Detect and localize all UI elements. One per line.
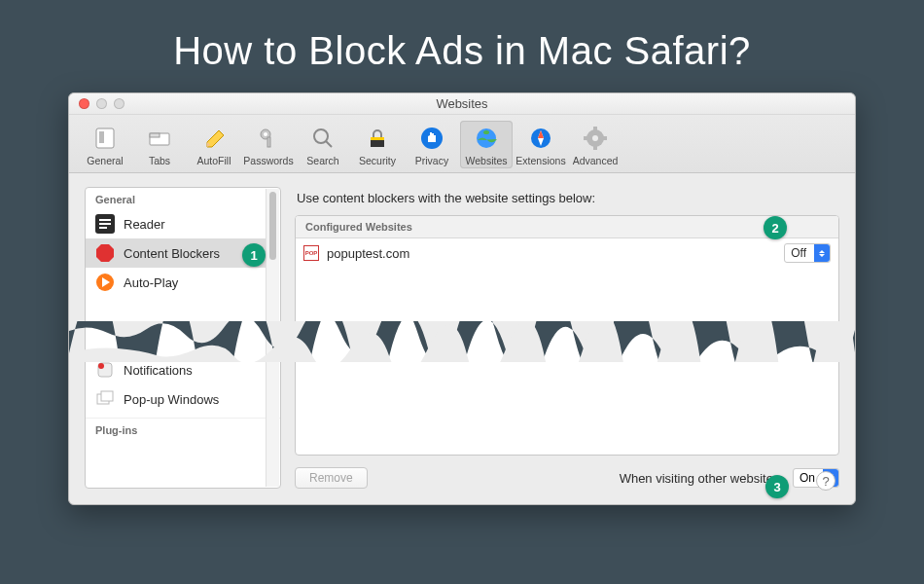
tab-label: Websites — [466, 155, 508, 166]
sidebar-gap — [86, 297, 280, 355]
callout-badge-2: 2 — [764, 216, 787, 239]
tab-label: Passwords — [243, 155, 293, 166]
sidebar-item-label: Pop-up Windows — [124, 392, 219, 407]
close-icon[interactable] — [79, 98, 89, 109]
tab-websites[interactable]: Websites — [460, 121, 513, 168]
svg-point-15 — [483, 130, 489, 134]
svg-rect-24 — [602, 136, 607, 140]
svg-marker-29 — [96, 244, 114, 262]
window-controls — [69, 98, 124, 109]
tab-label: Security — [359, 155, 396, 166]
gear-icon — [582, 125, 609, 152]
tab-label: Privacy — [415, 155, 448, 166]
tab-label: Extensions — [515, 155, 565, 166]
hand-icon — [418, 125, 445, 152]
configured-websites-table: Configured Websites POP popuptest.com Of… — [295, 215, 839, 456]
sidebar-item-notifications[interactable]: Notifications — [86, 355, 266, 384]
sidebar-item-label: Reader — [124, 217, 165, 232]
reader-icon — [95, 214, 115, 234]
tab-label: Search — [306, 155, 338, 166]
row-value-select[interactable]: Off — [784, 243, 831, 263]
tab-label: AutoFill — [196, 155, 231, 166]
key-icon — [255, 125, 282, 152]
svg-rect-21 — [593, 127, 597, 131]
tab-privacy[interactable]: Privacy — [406, 121, 458, 168]
row-site: popuptest.com — [327, 246, 409, 261]
sidebar-item-label: Content Blockers — [124, 246, 220, 261]
play-icon — [95, 273, 115, 292]
sidebar-section-general: General — [86, 188, 280, 209]
callout-badge-1: 1 — [242, 243, 266, 267]
svg-rect-3 — [150, 133, 160, 137]
zoom-icon[interactable] — [114, 98, 124, 109]
switch-icon — [91, 125, 119, 152]
table-row[interactable]: POP popuptest.com Off — [296, 238, 838, 268]
svg-line-10 — [326, 141, 332, 147]
tab-label: Tabs — [149, 155, 170, 166]
tab-label: Advanced — [573, 155, 619, 166]
window-title: Websites — [69, 96, 855, 111]
tab-extensions[interactable]: Extensions — [515, 121, 567, 168]
sidebar-item-content-blockers[interactable]: Content Blockers — [86, 238, 266, 268]
select-value: Off — [785, 246, 814, 260]
minimize-icon[interactable] — [96, 98, 107, 109]
sidebar-scrollbar[interactable] — [266, 189, 279, 487]
globe-icon — [473, 125, 500, 152]
tab-autofill[interactable]: AutoFill — [188, 121, 240, 168]
tab-tabs[interactable]: Tabs — [133, 121, 186, 168]
tab-label: General — [87, 155, 123, 166]
sidebar-item-reader[interactable]: Reader — [86, 209, 266, 238]
svg-point-20 — [592, 135, 598, 141]
svg-point-9 — [314, 129, 328, 143]
svg-marker-4 — [207, 130, 224, 147]
svg-point-7 — [264, 132, 267, 136]
svg-rect-1 — [99, 131, 104, 143]
bell-icon — [95, 360, 115, 380]
sidebar-item-label: Auto-Play — [124, 275, 178, 290]
sidebar-item-label: Notifications — [124, 363, 193, 378]
pencil-icon — [200, 125, 228, 152]
svg-rect-22 — [593, 145, 597, 150]
svg-rect-28 — [99, 227, 107, 229]
sidebar-section-plugins: Plug-ins — [86, 418, 280, 440]
stop-icon — [95, 243, 115, 263]
tab-security[interactable]: Security — [351, 121, 404, 168]
other-websites-label: When visiting other websites: — [620, 471, 783, 486]
sidebar-item-popup-windows[interactable]: Pop-up Windows — [86, 384, 266, 414]
svg-rect-26 — [99, 219, 111, 221]
svg-rect-27 — [99, 223, 111, 225]
svg-rect-8 — [267, 137, 270, 147]
main-panel: Use content blockers with the website se… — [295, 187, 839, 489]
favicon-icon: POP — [303, 245, 319, 261]
page-title: How to Block Ads in Mac Safari? — [0, 0, 924, 92]
svg-rect-35 — [101, 391, 113, 401]
chevron-updown-icon — [814, 244, 830, 262]
tab-passwords[interactable]: Passwords — [242, 121, 295, 168]
table-header: Configured Websites — [296, 216, 838, 238]
windows-icon — [95, 389, 115, 409]
lock-icon — [364, 125, 391, 152]
tab-search[interactable]: Search — [297, 121, 349, 168]
tab-general[interactable]: General — [79, 121, 131, 168]
panel-footer: Remove When visiting other websites: On — [295, 456, 839, 489]
instruction-text: Use content blockers with the website se… — [295, 187, 839, 215]
svg-rect-0 — [96, 128, 114, 148]
prefs-toolbar: General Tabs AutoFill Passwords Search S… — [69, 115, 855, 173]
window-body: General Reader Content Blockers Auto-Pla… — [69, 173, 855, 504]
sidebar-item-autoplay[interactable]: Auto-Play — [86, 268, 266, 297]
sidebar: General Reader Content Blockers Auto-Pla… — [85, 187, 281, 489]
svg-point-33 — [98, 363, 104, 369]
svg-rect-23 — [584, 136, 588, 140]
titlebar: Websites — [69, 93, 855, 115]
tab-advanced[interactable]: Advanced — [569, 121, 622, 168]
remove-button[interactable]: Remove — [295, 467, 368, 489]
search-icon — [309, 125, 337, 152]
svg-rect-12 — [371, 137, 384, 140]
compass-icon — [527, 125, 554, 152]
help-button[interactable]: ? — [816, 471, 835, 491]
tabs-icon — [146, 125, 173, 152]
callout-badge-3: 3 — [765, 475, 789, 498]
preferences-window: Websites General Tabs AutoFill Passwords… — [68, 92, 856, 505]
